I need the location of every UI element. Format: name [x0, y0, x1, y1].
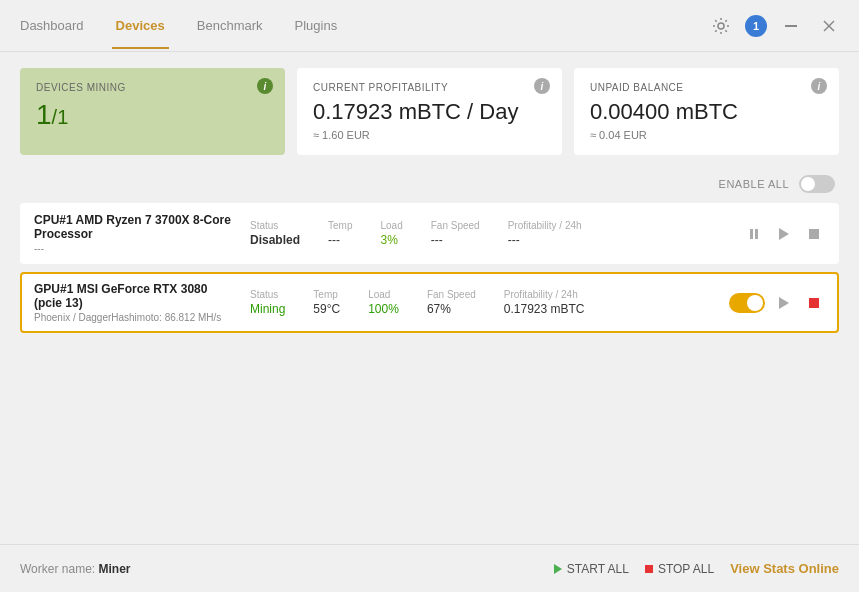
stats-row: i DEVICES MINING 1/1 i CURRENT PROFITABI… — [20, 68, 839, 155]
gpu-load-value: 100% — [368, 302, 399, 316]
minimize-button[interactable] — [777, 12, 805, 40]
cpu-pause-button[interactable] — [743, 223, 765, 245]
cpu-temp-col: Temp --- — [328, 220, 352, 247]
nav-bar: Dashboard Devices Benchmark Plugins 1 — [0, 0, 859, 52]
cpu-device-info: CPU#1 AMD Ryzen 7 3700X 8-Core Processor… — [34, 213, 234, 254]
devices-mining-current: 1 — [36, 99, 52, 130]
cpu-load-label: Load — [380, 220, 402, 231]
cpu-profit-label: Profitability / 24h — [508, 220, 582, 231]
profitability-card: i CURRENT PROFITABILITY 0.17923 mBTC / D… — [297, 68, 562, 155]
devices-mining-card: i DEVICES MINING 1/1 — [20, 68, 285, 155]
device-list: CPU#1 AMD Ryzen 7 3700X 8-Core Processor… — [20, 203, 839, 333]
cpu-fan-col: Fan Speed --- — [431, 220, 480, 247]
enable-all-row: ENABLE ALL — [20, 175, 839, 193]
minimize-icon — [785, 25, 797, 27]
cpu-status-value: Disabled — [250, 233, 300, 247]
tab-dashboard[interactable]: Dashboard — [16, 2, 88, 49]
balance-info[interactable]: i — [811, 78, 827, 94]
profitability-label: CURRENT PROFITABILITY — [313, 82, 546, 93]
gpu-fan-col: Fan Speed 67% — [427, 289, 476, 316]
cpu-stop-icon — [809, 229, 819, 239]
start-all-play-icon — [554, 564, 562, 574]
enable-all-toggle[interactable] — [799, 175, 835, 193]
stop-all-label: STOP ALL — [658, 562, 714, 576]
tab-benchmark[interactable]: Benchmark — [193, 2, 267, 49]
gpu-status-value: Mining — [250, 302, 285, 316]
gpu-status-label: Status — [250, 289, 285, 300]
notification-badge[interactable]: 1 — [745, 15, 767, 37]
svg-rect-1 — [785, 25, 797, 27]
cpu-load-col: Load 3% — [380, 220, 402, 247]
settings-button[interactable] — [707, 12, 735, 40]
cpu-pause-icon — [750, 229, 758, 239]
close-icon — [823, 20, 835, 32]
worker-name: Miner — [98, 562, 130, 576]
gpu-profit-label: Profitability / 24h — [504, 289, 585, 300]
gpu-temp-col: Temp 59°C — [313, 289, 340, 316]
worker-label-text: Worker name: — [20, 562, 95, 576]
cpu-status-label: Status — [250, 220, 300, 231]
nav-tabs: Dashboard Devices Benchmark Plugins — [16, 2, 707, 49]
gpu-profit-value: 0.17923 mBTC — [504, 302, 585, 316]
balance-value: 0.00400 mBTC — [590, 101, 823, 123]
app-window: Dashboard Devices Benchmark Plugins 1 — [0, 0, 859, 592]
devices-mining-label: DEVICES MINING — [36, 82, 269, 93]
start-all-icon — [554, 564, 562, 574]
gpu-device-name: GPU#1 MSI GeForce RTX 3080 (pcie 13) — [34, 282, 234, 310]
gpu-temp-label: Temp — [313, 289, 340, 300]
cpu-temp-value: --- — [328, 233, 352, 247]
profitability-info[interactable]: i — [534, 78, 550, 94]
device-row-gpu: GPU#1 MSI GeForce RTX 3080 (pcie 13) Pho… — [20, 272, 839, 333]
balance-card: i UNPAID BALANCE 0.00400 mBTC ≈ 0.04 EUR — [574, 68, 839, 155]
gpu-load-label: Load — [368, 289, 399, 300]
cpu-status-col: Status Disabled — [250, 220, 300, 247]
gear-icon — [712, 17, 730, 35]
start-all-label: START ALL — [567, 562, 629, 576]
device-row-cpu: CPU#1 AMD Ryzen 7 3700X 8-Core Processor… — [20, 203, 839, 264]
devices-mining-value: 1/1 — [36, 101, 269, 129]
cpu-load-value: 3% — [380, 233, 402, 247]
gpu-profit-col: Profitability / 24h 0.17923 mBTC — [504, 289, 585, 316]
nav-actions: 1 — [707, 12, 843, 40]
profitability-approx: ≈ 1.60 EUR — [313, 129, 546, 141]
cpu-play-button[interactable] — [773, 223, 795, 245]
gpu-temp-value: 59°C — [313, 302, 340, 316]
gpu-device-controls — [729, 292, 825, 314]
gpu-play-icon — [779, 297, 789, 309]
balance-approx: ≈ 0.04 EUR — [590, 129, 823, 141]
gpu-play-button[interactable] — [773, 292, 795, 314]
main-content: i DEVICES MINING 1/1 i CURRENT PROFITABI… — [0, 52, 859, 544]
footer: Worker name: Miner START ALL STOP ALL Vi… — [0, 544, 859, 592]
gpu-fan-value: 67% — [427, 302, 476, 316]
enable-all-label: ENABLE ALL — [719, 178, 789, 190]
worker-label: Worker name: Miner — [20, 562, 131, 576]
gpu-fan-label: Fan Speed — [427, 289, 476, 300]
gpu-device-stats: Status Mining Temp 59°C Load 100% Fan Sp… — [250, 289, 713, 316]
cpu-device-sub: --- — [34, 243, 234, 254]
start-all-button[interactable]: START ALL — [554, 562, 629, 576]
gpu-stop-button[interactable] — [803, 292, 825, 314]
gpu-device-info: GPU#1 MSI GeForce RTX 3080 (pcie 13) Pho… — [34, 282, 234, 323]
gpu-enable-toggle[interactable] — [729, 293, 765, 313]
gpu-device-sub: Phoenix / DaggerHashimoto: 86.812 MH/s — [34, 312, 234, 323]
footer-actions: START ALL STOP ALL View Stats Online — [554, 561, 839, 576]
cpu-temp-label: Temp — [328, 220, 352, 231]
view-stats-link[interactable]: View Stats Online — [730, 561, 839, 576]
stop-all-icon — [645, 565, 653, 573]
close-button[interactable] — [815, 12, 843, 40]
gpu-status-col: Status Mining — [250, 289, 285, 316]
gpu-load-col: Load 100% — [368, 289, 399, 316]
cpu-fan-label: Fan Speed — [431, 220, 480, 231]
cpu-device-controls — [743, 223, 825, 245]
cpu-play-icon — [779, 228, 789, 240]
cpu-device-name: CPU#1 AMD Ryzen 7 3700X 8-Core Processor — [34, 213, 234, 241]
devices-mining-info[interactable]: i — [257, 78, 273, 94]
cpu-stop-button[interactable] — [803, 223, 825, 245]
gpu-stop-icon — [809, 298, 819, 308]
tab-plugins[interactable]: Plugins — [291, 2, 342, 49]
devices-mining-total: /1 — [52, 106, 69, 128]
tab-devices[interactable]: Devices — [112, 2, 169, 49]
balance-label: UNPAID BALANCE — [590, 82, 823, 93]
stop-all-button[interactable]: STOP ALL — [645, 562, 714, 576]
cpu-profit-col: Profitability / 24h --- — [508, 220, 582, 247]
